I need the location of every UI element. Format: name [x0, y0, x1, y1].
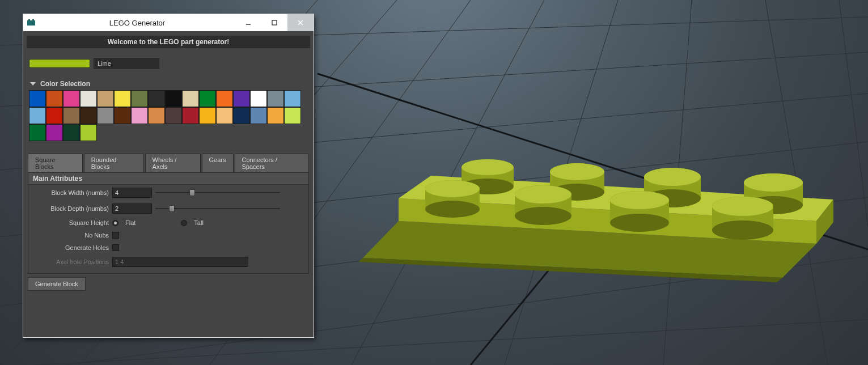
- welcome-banner: Welcome to the LEGO part generator!: [27, 36, 310, 48]
- height-tall-label: Tall: [194, 219, 204, 226]
- svg-point-48: [610, 214, 669, 232]
- color-swatch[interactable]: [165, 90, 182, 107]
- svg-point-45: [515, 185, 571, 203]
- color-swatch[interactable]: [46, 124, 63, 141]
- block-depth-slider[interactable]: [155, 204, 280, 213]
- svg-point-52: [712, 220, 773, 240]
- color-section-title: Color Selection: [40, 80, 90, 88]
- tab-panel: Main Attributes Block Width (numbs) Bloc…: [28, 172, 309, 274]
- tab-square-blocks[interactable]: Square Blocks: [28, 154, 83, 172]
- color-swatch[interactable]: [29, 90, 46, 107]
- color-swatch[interactable]: [148, 90, 165, 107]
- axel-positions-label: Axel hole Positions: [32, 258, 109, 265]
- no-nubs-label: No Nubs: [32, 232, 109, 239]
- color-swatch[interactable]: [97, 90, 114, 107]
- color-swatch[interactable]: [131, 90, 148, 107]
- tab-wheels-axels[interactable]: Wheels / Axels: [145, 154, 201, 172]
- svg-point-41: [425, 180, 480, 197]
- color-swatch[interactable]: [97, 107, 114, 124]
- color-swatch[interactable]: [131, 107, 148, 124]
- color-swatch[interactable]: [80, 124, 97, 141]
- color-section-header[interactable]: Color Selection: [26, 77, 311, 90]
- color-swatch[interactable]: [114, 107, 131, 124]
- svg-point-44: [515, 207, 571, 225]
- no-nubs-checkbox[interactable]: [112, 232, 119, 239]
- maximize-button[interactable]: [261, 14, 287, 31]
- axel-positions-input: [112, 257, 248, 267]
- chevron-down-icon: [30, 82, 36, 86]
- color-swatch[interactable]: [63, 90, 80, 107]
- svg-point-53: [712, 197, 773, 216]
- color-swatch[interactable]: [80, 107, 97, 124]
- color-swatch[interactable]: [80, 90, 97, 107]
- svg-rect-58: [272, 20, 277, 25]
- window-title: LEGO Generator: [39, 19, 235, 27]
- app-icon: [27, 18, 36, 27]
- square-height-label: Square Height: [32, 219, 109, 226]
- color-swatch[interactable]: [284, 90, 301, 107]
- color-swatch[interactable]: [148, 107, 165, 124]
- selected-color-swatch[interactable]: [29, 59, 90, 68]
- color-swatch[interactable]: [63, 107, 80, 124]
- svg-point-49: [610, 191, 669, 209]
- block-width-input[interactable]: [112, 188, 152, 198]
- height-tall-radio[interactable]: [181, 220, 187, 226]
- svg-rect-55: [28, 19, 30, 21]
- color-swatch[interactable]: [284, 107, 301, 124]
- generate-holes-checkbox[interactable]: [112, 244, 119, 251]
- lego-brick: [358, 159, 833, 282]
- color-swatch[interactable]: [63, 124, 80, 141]
- tab-connectors-spacers[interactable]: Connectors / Spacers: [235, 154, 309, 172]
- color-swatch[interactable]: [267, 107, 284, 124]
- close-button[interactable]: [287, 14, 314, 31]
- color-swatch[interactable]: [46, 90, 63, 107]
- color-swatch[interactable]: [250, 107, 267, 124]
- svg-point-37: [744, 173, 803, 192]
- color-swatch[interactable]: [29, 107, 46, 124]
- tabs: Square BlocksRounded BlocksWheels / Axel…: [26, 154, 311, 172]
- svg-point-40: [425, 201, 480, 218]
- tab-gears[interactable]: Gears: [202, 154, 234, 172]
- tab-rounded-blocks[interactable]: Rounded Blocks: [84, 154, 144, 172]
- color-swatch[interactable]: [182, 90, 199, 107]
- titlebar[interactable]: LEGO Generator: [23, 14, 314, 31]
- svg-rect-54: [27, 20, 35, 26]
- color-swatch[interactable]: [114, 90, 131, 107]
- svg-point-29: [550, 163, 604, 180]
- color-swatch[interactable]: [267, 90, 284, 107]
- main-attributes-header: Main Attributes: [28, 173, 308, 185]
- color-swatch[interactable]: [199, 107, 216, 124]
- color-swatch[interactable]: [216, 90, 233, 107]
- color-palette: [26, 90, 309, 148]
- generate-block-button[interactable]: Generate Block: [28, 277, 86, 291]
- color-swatch[interactable]: [233, 90, 250, 107]
- selected-color-name[interactable]: [94, 58, 159, 69]
- height-flat-label: Flat: [125, 219, 136, 226]
- lego-generator-window: LEGO Generator Welcome to the LEGO part …: [23, 14, 314, 338]
- color-swatch[interactable]: [216, 107, 233, 124]
- svg-line-14: [839, 0, 868, 227]
- block-width-slider[interactable]: [155, 188, 280, 197]
- generate-holes-label: Generate Holes: [32, 244, 109, 251]
- color-swatch[interactable]: [199, 90, 216, 107]
- svg-point-33: [644, 168, 701, 186]
- block-depth-input[interactable]: [112, 203, 152, 214]
- svg-point-25: [461, 159, 514, 175]
- color-swatch[interactable]: [182, 107, 199, 124]
- block-width-label: Block Width (numbs): [32, 189, 109, 196]
- color-swatch[interactable]: [250, 90, 267, 107]
- color-swatch[interactable]: [233, 107, 250, 124]
- color-swatch[interactable]: [46, 107, 63, 124]
- svg-rect-56: [32, 19, 34, 21]
- color-swatch[interactable]: [165, 107, 182, 124]
- minimize-button[interactable]: [235, 14, 261, 31]
- height-flat-radio[interactable]: [112, 220, 118, 226]
- color-swatch[interactable]: [29, 124, 46, 141]
- block-depth-label: Block Depth (numbs): [32, 205, 109, 212]
